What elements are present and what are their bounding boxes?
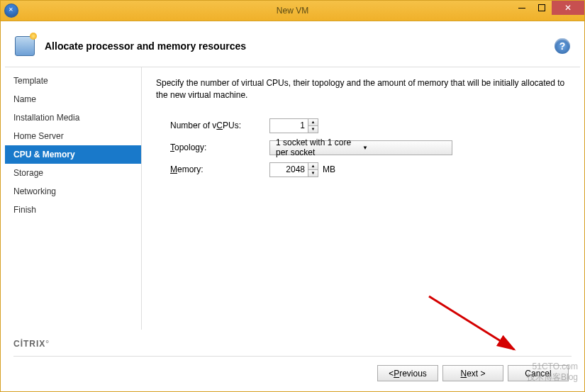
sidebar-item-storage[interactable]: Storage bbox=[5, 164, 141, 182]
previous-button[interactable]: < Previous bbox=[377, 365, 438, 381]
close-button[interactable] bbox=[552, 1, 584, 15]
vcpu-spinner[interactable]: ▲ ▼ bbox=[269, 118, 318, 133]
topology-dropdown[interactable]: 1 socket with 1 core per socket ▼ bbox=[269, 140, 452, 155]
wizard-footer: CİTRIX° < Previous Next > Cancel bbox=[5, 330, 580, 387]
chevron-down-icon: ▼ bbox=[362, 145, 449, 151]
sidebar-item-name[interactable]: Name bbox=[5, 90, 141, 108]
vcpu-input[interactable] bbox=[269, 118, 308, 133]
window-controls bbox=[512, 1, 584, 15]
memory-spin-up[interactable]: ▲ bbox=[308, 163, 318, 170]
vcpu-spin-down[interactable]: ▼ bbox=[308, 126, 318, 133]
memory-spin-down[interactable]: ▼ bbox=[308, 170, 318, 177]
sidebar-item-template[interactable]: Template bbox=[5, 72, 141, 90]
sidebar-item-home-server[interactable]: Home Server bbox=[5, 127, 141, 145]
sidebar-item-cpu-memory[interactable]: CPU & Memory bbox=[5, 145, 141, 164]
cancel-button[interactable]: Cancel bbox=[508, 365, 569, 381]
vcpu-label: Number of vCPUs: bbox=[156, 121, 269, 130]
description-text: Specify the number of virtual CPUs, thei… bbox=[156, 77, 566, 101]
page-title: Allocate processor and memory resources bbox=[45, 40, 246, 52]
help-button[interactable]: ? bbox=[555, 38, 570, 54]
wizard-sidebar: Template Name Installation Media Home Se… bbox=[5, 67, 141, 330]
sidebar-item-networking[interactable]: Networking bbox=[5, 182, 141, 201]
wizard-header: Allocate processor and memory resources … bbox=[5, 26, 580, 67]
memory-unit: MB bbox=[323, 164, 335, 174]
window-title: New VM bbox=[277, 6, 308, 16]
topology-value: 1 socket with 1 core per socket bbox=[276, 138, 362, 157]
system-menu-icon[interactable] bbox=[5, 4, 18, 17]
memory-spinner[interactable]: ▲ ▼ bbox=[269, 162, 318, 177]
minimize-button[interactable] bbox=[512, 1, 532, 15]
titlebar: New VM bbox=[0, 0, 585, 21]
citrix-logo: CİTRIX° bbox=[13, 334, 572, 350]
sidebar-item-finish[interactable]: Finish bbox=[5, 201, 141, 219]
maximize-button[interactable] bbox=[532, 1, 552, 15]
vcpu-spin-up[interactable]: ▲ bbox=[308, 119, 318, 126]
vm-icon bbox=[15, 36, 35, 56]
next-button[interactable]: Next > bbox=[442, 365, 503, 381]
topology-label: Topology: bbox=[156, 142, 269, 152]
sidebar-item-installation-media[interactable]: Installation Media bbox=[5, 108, 141, 127]
memory-label: Memory: bbox=[156, 164, 269, 174]
wizard-content: Specify the number of virtual CPUs, thei… bbox=[141, 67, 580, 330]
memory-input[interactable] bbox=[269, 162, 308, 177]
